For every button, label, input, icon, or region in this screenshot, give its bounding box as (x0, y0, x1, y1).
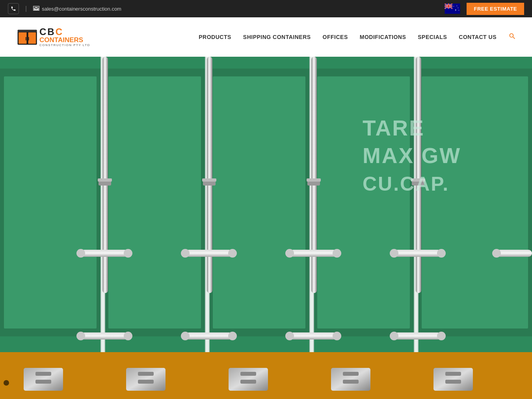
svg-rect-43 (311, 57, 317, 293)
container-svg: TARE MAX GW CU.CAP. (0, 57, 532, 399)
svg-point-55 (390, 249, 398, 258)
svg-rect-74 (202, 178, 216, 182)
svg-point-46 (76, 249, 85, 258)
svg-rect-83 (126, 368, 166, 391)
hero-section: TARE MAX GW CU.CAP. (0, 57, 532, 399)
svg-rect-59 (81, 332, 128, 340)
svg-point-66 (285, 332, 294, 340)
logo-cbc: CBC (39, 27, 90, 37)
svg-rect-51 (290, 250, 337, 257)
svg-point-50 (228, 249, 237, 258)
email-address: sales@containersconstruction.com (42, 6, 121, 12)
australia-flag: ★ ★ ★ ★ ★ (445, 4, 460, 14)
logo-construction: CONSTRUCTION PTY LTD (39, 44, 90, 47)
svg-point-70 (437, 332, 446, 340)
svg-rect-48 (185, 250, 233, 257)
svg-rect-65 (290, 332, 337, 340)
logo-containers: CONTAINERS (39, 37, 90, 44)
svg-point-47 (124, 249, 132, 258)
svg-rect-81 (35, 372, 51, 376)
svg-rect-88 (240, 380, 256, 384)
svg-rect-82 (35, 380, 51, 384)
svg-point-61 (124, 332, 132, 340)
svg-point-69 (390, 332, 398, 340)
svg-rect-57 (497, 250, 532, 257)
svg-rect-26 (108, 76, 201, 328)
svg-rect-19 (26, 37, 26, 40)
svg-text:MAX GW: MAX GW (363, 143, 461, 168)
svg-rect-90 (343, 372, 359, 376)
svg-rect-17 (28, 32, 36, 44)
svg-rect-41 (102, 57, 108, 293)
free-estimate-button[interactable]: FREE ESTIMATE (467, 3, 524, 15)
svg-rect-9 (445, 6, 453, 7)
svg-rect-86 (229, 368, 268, 391)
svg-rect-32 (422, 76, 528, 328)
svg-rect-21 (18, 30, 37, 32)
svg-text:★: ★ (454, 6, 455, 7)
svg-text:★: ★ (459, 9, 460, 11)
svg-rect-28 (213, 76, 305, 328)
svg-point-53 (333, 249, 341, 258)
navigation: PRODUCTS SHIPPING CONTAINERS OFFICES MOD… (199, 32, 516, 42)
svg-rect-76 (307, 178, 321, 182)
nav-modifications[interactable]: MODIFICATIONS (360, 34, 406, 40)
header: CBC CONTAINERS CONSTRUCTION PTY LTD PROD… (0, 17, 532, 57)
logo-icon (16, 26, 39, 48)
nav-offices[interactable]: OFFICES (323, 34, 348, 40)
svg-point-58 (492, 249, 501, 258)
phone-icon[interactable] (8, 3, 19, 14)
svg-point-60 (76, 332, 85, 340)
svg-text:TARE: TARE (363, 116, 425, 140)
svg-point-67 (333, 332, 341, 340)
hero-background: TARE MAX GW CU.CAP. (0, 57, 532, 399)
search-icon[interactable] (508, 32, 516, 42)
svg-point-52 (285, 249, 294, 258)
svg-rect-18 (26, 32, 28, 44)
top-bar: | sales@containersconstruction.com (0, 0, 532, 17)
top-bar-left: | sales@containersconstruction.com (8, 3, 121, 14)
svg-rect-24 (4, 76, 97, 328)
nav-products[interactable]: PRODUCTS (199, 34, 231, 40)
nav-specials[interactable]: SPECIALS (418, 34, 447, 40)
svg-rect-84 (138, 372, 154, 376)
svg-point-64 (228, 332, 237, 340)
email-area: sales@containersconstruction.com (33, 6, 121, 12)
svg-point-63 (181, 332, 190, 340)
svg-rect-30 (317, 76, 410, 328)
logo-text: CBC CONTAINERS CONSTRUCTION PTY LTD (39, 27, 90, 47)
divider: | (25, 5, 27, 12)
svg-text:★: ★ (457, 5, 458, 7)
svg-rect-92 (433, 368, 473, 391)
logo[interactable]: CBC CONTAINERS CONSTRUCTION PTY LTD (16, 26, 90, 48)
svg-rect-20 (28, 37, 29, 40)
svg-point-49 (181, 249, 190, 258)
svg-rect-42 (207, 57, 212, 293)
svg-rect-94 (445, 380, 461, 384)
svg-text:★: ★ (458, 7, 459, 9)
svg-point-56 (437, 249, 446, 258)
svg-rect-87 (240, 372, 256, 376)
svg-rect-80 (24, 368, 63, 391)
svg-rect-45 (81, 250, 128, 257)
svg-rect-89 (331, 368, 370, 391)
svg-point-98 (4, 380, 9, 386)
nav-contact-us[interactable]: CONTACT US (459, 34, 497, 40)
svg-rect-62 (185, 332, 233, 340)
svg-rect-93 (445, 372, 461, 376)
svg-rect-72 (98, 178, 112, 182)
svg-rect-85 (138, 380, 154, 384)
svg-rect-91 (343, 380, 359, 384)
svg-rect-68 (394, 332, 441, 340)
top-bar-right: ★ ★ ★ ★ ★ FREE ESTIMATE (445, 3, 524, 15)
svg-text:CU.CAP.: CU.CAP. (363, 173, 449, 195)
svg-rect-54 (394, 250, 441, 257)
nav-shipping-containers[interactable]: SHIPPING CONTAINERS (243, 34, 311, 40)
email-icon (33, 6, 39, 12)
